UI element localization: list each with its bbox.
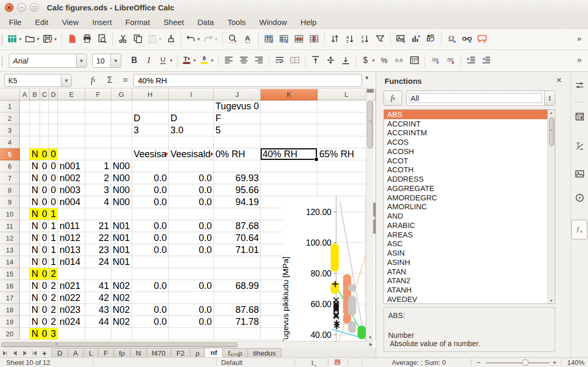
clone-formatting-button[interactable] xyxy=(163,31,178,48)
cell-G17[interactable]: N02 xyxy=(111,292,132,304)
cell-C2[interactable] xyxy=(40,112,49,124)
cell-I10[interactable] xyxy=(169,208,214,220)
insert-pivot-table-button[interactable] xyxy=(424,31,439,48)
row-header-10[interactable]: 10 xyxy=(0,208,20,220)
properties-deck-button[interactable] xyxy=(572,110,586,124)
insert-function-button[interactable]: fx xyxy=(384,91,402,106)
function-item-aggregate[interactable]: AGGREGATE xyxy=(384,184,555,193)
row-header-5[interactable]: 5 xyxy=(0,148,20,160)
sheet-tab-nf[interactable]: nf xyxy=(204,348,223,357)
cell-B18[interactable]: N xyxy=(30,304,40,316)
cell-F7[interactable]: 2 xyxy=(85,172,111,184)
cell-D3[interactable] xyxy=(49,124,58,136)
cell-J12[interactable]: 70.64 xyxy=(214,232,261,244)
column-header-J[interactable]: J xyxy=(214,89,261,100)
sheet-tab-F[interactable]: F xyxy=(98,348,113,357)
cell-B17[interactable]: N xyxy=(30,292,40,304)
cell-G10[interactable] xyxy=(111,208,132,220)
functions-deck-button[interactable]: fx xyxy=(571,220,587,239)
function-list-scrollbar[interactable]: ▲ ▼ xyxy=(547,110,555,303)
cell-H5[interactable]: Veesisa xyxy=(132,148,169,160)
cell-C7[interactable]: 0 xyxy=(40,172,49,184)
function-item-asin[interactable]: ASIN xyxy=(384,248,555,258)
cell-B9[interactable]: N xyxy=(30,196,40,208)
split-window-handle[interactable] xyxy=(367,89,374,93)
cell-A9[interactable] xyxy=(20,196,30,208)
cell-A8[interactable] xyxy=(20,184,30,196)
scroll-up-icon[interactable]: ▲ xyxy=(548,111,555,115)
tab-next-button[interactable] xyxy=(20,349,30,357)
function-item-atanh[interactable]: ATANH xyxy=(384,285,555,295)
document-modified-icon[interactable] xyxy=(334,359,341,367)
export-pdf-button[interactable] xyxy=(65,31,80,48)
cell-B15[interactable]: N xyxy=(30,268,40,280)
row-header-4[interactable]: 4 xyxy=(0,136,20,148)
cell-H13[interactable]: 0.0 xyxy=(132,244,169,256)
close-icon[interactable]: ✕ xyxy=(556,76,562,84)
align-bottom-button[interactable] xyxy=(338,53,353,69)
add-decimal-button[interactable]: .00 xyxy=(428,53,443,69)
zoom-slider-handle[interactable] xyxy=(522,359,529,366)
copy-button[interactable] xyxy=(131,31,146,48)
window-maximize-button[interactable]: □ xyxy=(30,3,39,12)
function-item-acosh[interactable]: ACOSH xyxy=(384,147,555,156)
cell-A15[interactable] xyxy=(20,268,30,280)
gallery-deck-button[interactable] xyxy=(572,168,586,182)
cell-J13[interactable]: 71.01 xyxy=(214,244,261,256)
row-header-8[interactable]: 8 xyxy=(0,184,20,196)
delete-column-button[interactable] xyxy=(306,31,322,48)
cell-H9[interactable]: 0.0 xyxy=(132,196,169,208)
cell-B16[interactable]: N xyxy=(30,280,40,292)
function-item-accrintm[interactable]: ACCRINTM xyxy=(384,129,555,138)
cell-K5[interactable]: 40% RH xyxy=(261,148,317,160)
align-center-button[interactable] xyxy=(236,53,251,69)
cell-C20[interactable]: 0 xyxy=(40,328,49,340)
cell-A17[interactable] xyxy=(20,292,30,304)
cell-G13[interactable]: N01 xyxy=(111,244,132,256)
cell-B10[interactable]: N xyxy=(30,208,40,220)
row-header-9[interactable]: 9 xyxy=(0,196,20,208)
cell-F9[interactable]: 4 xyxy=(85,196,111,208)
font-color-button[interactable]: T▼ xyxy=(180,53,198,69)
cell-A11[interactable] xyxy=(20,220,30,232)
cell-A5[interactable] xyxy=(20,148,30,160)
cell-J20[interactable] xyxy=(214,328,261,340)
row-header-3[interactable]: 3 xyxy=(0,124,20,136)
cell-E14[interactable]: n014 xyxy=(58,256,85,268)
sidebar-settings-button[interactable] xyxy=(572,79,586,93)
cell-I6[interactable] xyxy=(169,160,214,172)
column-header-C[interactable]: C xyxy=(40,89,49,100)
toolbar-overflow-button[interactable]: » xyxy=(573,53,588,69)
cell-E17[interactable]: n022 xyxy=(58,292,85,304)
cell-G15[interactable] xyxy=(111,268,132,280)
cell-F15[interactable] xyxy=(85,268,111,280)
row-header-17[interactable]: 17 xyxy=(0,292,20,304)
align-right-button[interactable] xyxy=(251,53,266,69)
cell-I4[interactable] xyxy=(169,136,214,148)
cell-A4[interactable] xyxy=(20,136,30,148)
styles-deck-button[interactable]: T xyxy=(572,140,586,154)
insert-image-button[interactable] xyxy=(393,31,408,48)
chevron-down-icon[interactable]: ▼ xyxy=(76,54,86,67)
cell-B2[interactable] xyxy=(30,112,40,124)
cell-B14[interactable]: N xyxy=(30,256,40,268)
function-category-combo[interactable]: All ▲▼ xyxy=(406,91,555,106)
cell-F4[interactable] xyxy=(85,136,111,148)
cell-C19[interactable]: 0 xyxy=(40,316,49,328)
horizontal-scrollbar[interactable]: ▶ xyxy=(0,341,374,348)
tab-last-button[interactable] xyxy=(30,349,40,357)
menu-sheet[interactable]: Sheet xyxy=(157,16,190,29)
chevron-down-icon[interactable]: ▼ xyxy=(169,58,173,63)
cell-E7[interactable]: n002 xyxy=(58,172,85,184)
cell-D18[interactable]: 2 xyxy=(49,304,58,316)
cell-G14[interactable]: N01 xyxy=(111,256,132,268)
cell-H14[interactable] xyxy=(132,256,169,268)
sheet-tab-D[interactable]: D xyxy=(52,348,68,357)
cell-J18[interactable]: 87.68 xyxy=(214,304,261,316)
cell-A19[interactable] xyxy=(20,316,30,328)
cell-D2[interactable] xyxy=(49,112,58,124)
row-header-6[interactable]: 6 xyxy=(0,160,20,172)
cell-J15[interactable] xyxy=(214,268,261,280)
cell-C1[interactable] xyxy=(40,100,49,112)
cell-C10[interactable]: 0 xyxy=(40,208,49,220)
